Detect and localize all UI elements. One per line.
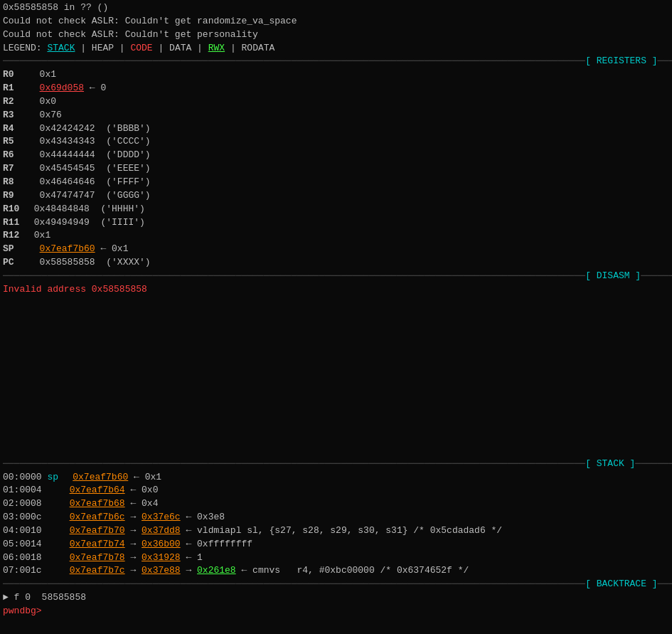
reg-r9: R9 0x47474747 ('GGGG')	[3, 189, 669, 203]
top-line-3: Could not check ASLR: Couldn't get perso…	[3, 28, 669, 42]
reg-r6: R6 0x44444444 ('DDDD')	[3, 149, 669, 162]
disasm-empty-6	[3, 364, 669, 377]
disasm-empty-3	[3, 323, 669, 337]
stack-row-2: 02:0008 0x7eaf7b68 ← 0x4	[3, 497, 669, 511]
stack-row-3: 03:000c 0x7eaf7b6c → 0x37e6c ← 0x3e8	[3, 511, 669, 524]
disasm-empty-11	[3, 430, 669, 444]
stack-row-4: 04:0010 0x7eaf7b70 → 0x37dd8 ← vldmiapl …	[3, 524, 669, 538]
backtrace-divider: ────────────────────────────────────────…	[3, 578, 669, 591]
reg-pc: PC 0x58585858 ('XXXX')	[3, 256, 669, 270]
stack-row-1: 01:0004 0x7eaf7b64 ← 0x0	[3, 484, 669, 497]
disasm-empty-5	[3, 350, 669, 364]
reg-r11: R11 0x49494949 ('IIII')	[3, 216, 669, 230]
legend-line: LEGEND: STACK | HEAP | CODE | DATA | RWX…	[3, 42, 669, 56]
disasm-empty-9	[3, 403, 669, 417]
prompt-line[interactable]: pwndbg>	[3, 605, 669, 618]
reg-r3: R3 0x76	[3, 109, 669, 122]
disasm-empty-7	[3, 377, 669, 391]
disasm-divider: ────────────────────────────────────────…	[3, 270, 669, 283]
reg-r0: R0 0x1	[3, 68, 669, 82]
reg-r8: R8 0x46464646 ('FFFF')	[3, 176, 669, 189]
reg-r7: R7 0x45454545 ('EEEE')	[3, 162, 669, 176]
disasm-empty-10	[3, 417, 669, 430]
disasm-invalid: Invalid address 0x58585858	[3, 283, 669, 297]
reg-r2: R2 0x0	[3, 95, 669, 109]
stack-divider: ────────────────────────────────────────…	[3, 458, 669, 471]
backtrace-line: ► f 0 58585858	[3, 591, 669, 605]
reg-sp: SP 0x7eaf7b60 ← 0x1	[3, 243, 669, 256]
top-line-1: 0x58585858 in ?? ()	[3, 1, 669, 15]
terminal: 0x58585858 in ?? () Could not check ASLR…	[0, 0, 672, 620]
stack-row-0: 00:0000 sp 0x7eaf7b60 ← 0x1	[3, 471, 669, 485]
disasm-empty-1	[3, 297, 669, 310]
disasm-empty-12	[3, 444, 669, 458]
stack-row-6: 06:0018 0x7eaf7b78 → 0x31928 ← 1	[3, 551, 669, 565]
stack-row-5: 05:0014 0x7eaf7b74 → 0x36b00 ← 0xfffffff…	[3, 538, 669, 551]
reg-r1: R1 0x69d058 ← 0	[3, 82, 669, 95]
stack-row-7: 07:001c 0x7eaf7b7c → 0x37e88 → 0x261e8 ←…	[3, 564, 669, 578]
disasm-empty-8	[3, 390, 669, 403]
reg-r12: R12 0x1	[3, 229, 669, 243]
reg-r10: R10 0x48484848 ('HHHH')	[3, 203, 669, 216]
reg-r4: R4 0x42424242 ('BBBB')	[3, 122, 669, 136]
top-line-2: Could not check ASLR: Couldn't get rando…	[3, 15, 669, 28]
disasm-empty-2	[3, 310, 669, 323]
reg-r5: R5 0x43434343 ('CCCC')	[3, 135, 669, 149]
disasm-empty-4	[3, 337, 669, 350]
registers-divider: ────────────────────────────────────────…	[3, 55, 669, 68]
